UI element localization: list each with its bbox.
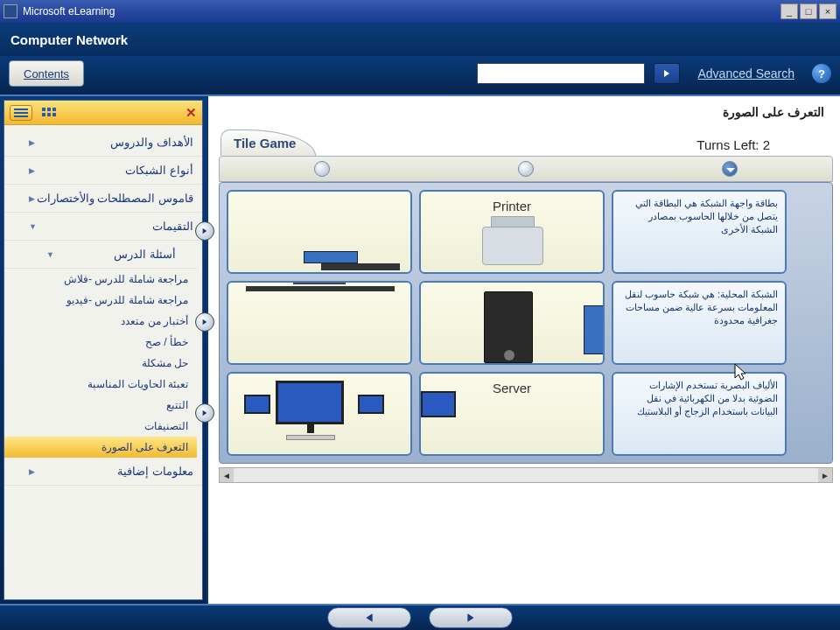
sidebar-tabs: ✕ [4,101,202,125]
tile-text: الألياف البصرية تستخدم الإشارات الضوئية … [620,379,778,418]
tile-description[interactable]: الألياف البصرية تستخدم الإشارات الضوئية … [612,372,787,456]
turns-value: 2 [763,137,770,152]
nav-leaf[interactable]: خطأ / صح [4,332,197,353]
tile-description[interactable]: الشبكة المحلية: هي شبكة حاسوب لنقل المعل… [612,281,787,365]
svg-rect-3 [42,108,46,111]
nav-item[interactable]: ▶معلومات إضافية [4,458,202,486]
minimize-button[interactable]: _ [780,4,798,19]
nav-subheader[interactable]: ▼أسئلة الدرس [4,241,197,269]
nav-item-expanded[interactable]: ▼التقيمات [4,213,202,241]
page-title: التعرف على الصورة [208,96,840,124]
chevron-right-icon: ▶ [29,138,35,147]
maximize-button[interactable]: □ [800,4,817,19]
window-title: Microsoft eLearning [23,5,115,18]
game-tab-label: Tile Game [234,136,296,150]
contents-button[interactable]: Contents [9,60,84,87]
nav-label: أنواع الشبكات [125,164,193,177]
next-button[interactable] [429,607,513,628]
nav-label: الأهداف والدروس [110,136,193,149]
nav-dot-active[interactable] [722,161,738,177]
chevron-down-icon: ▼ [29,222,37,231]
svg-rect-7 [47,113,51,116]
tile-description[interactable]: بطاقة واجهة الشبكة هي البطاقة التي يتصل … [612,190,787,274]
content-pane: التعرف على الصورة Tile Game Turns Left: … [206,96,840,604]
tile-grid: Printer بطاقة واجهة الشبكة هي البطاقة ال… [219,182,833,464]
nav-item[interactable]: ▶الأهداف والدروس [4,129,202,157]
nav-dot[interactable] [314,161,330,177]
nav-leaf[interactable]: أختبار من متعدد [4,311,197,332]
nav-leaf[interactable]: حل مشكلة [4,353,197,374]
nav-dot[interactable] [518,161,534,177]
scroll-right-icon[interactable]: ► [818,468,832,482]
tower-pc-icon [421,283,603,363]
turns-left: Turns Left: 2 [696,137,770,156]
row-play-button[interactable] [195,221,214,241]
nav-item[interactable]: ▶قاموس المصطلحات والأختصارات [4,185,202,213]
svg-rect-0 [14,108,28,110]
scroll-left-icon[interactable]: ◄ [220,468,234,482]
chevron-right-icon: ▶ [29,194,35,203]
tile-image[interactable] [227,190,412,274]
chevron-right-icon: ▶ [29,467,35,476]
network-diagram-icon [228,283,410,363]
nav-leaf[interactable]: التعرف على الصورة [4,437,197,458]
footer-nav [0,604,840,630]
window-titlebar: Microsoft eLearning _ □ × [0,0,840,23]
svg-rect-2 [14,116,28,117]
tile-image[interactable] [227,372,412,456]
printer-icon [421,192,603,272]
tile-image[interactable] [419,281,605,365]
close-button[interactable]: × [819,4,836,19]
network-diagram-icon [228,192,410,272]
list-icon [14,108,28,118]
nav-leaf[interactable]: مراجعة شاملة للدرس -فيديو [4,290,197,311]
search-go-button[interactable] [654,63,680,84]
nav-tree: ▶الأهداف والدروس ▶أنواع الشبكات ▶قاموس ا… [4,125,202,599]
svg-rect-6 [42,113,46,116]
tile-text: بطاقة واجهة الشبكة هي البطاقة التي يتصل … [620,197,778,236]
sidebar-close-icon[interactable]: ✕ [186,105,197,121]
course-title-bar: Computer Network [0,23,840,56]
nav-leaf[interactable]: مراجعة شاملة للدرس -فلاش [4,269,197,290]
grid-view-icon[interactable] [38,105,60,121]
course-title: Computer Network [10,32,128,47]
help-icon: ? [818,67,825,80]
tile-printer[interactable]: Printer [419,190,605,274]
row-play-button[interactable] [195,312,214,332]
nav-leaf[interactable]: التصنيفات [4,416,197,437]
tile-image[interactable] [227,281,412,365]
prev-button[interactable] [327,607,411,628]
help-button[interactable]: ? [812,64,831,83]
search-input[interactable] [477,63,645,84]
nav-label: التقيمات [152,220,193,233]
horizontal-scrollbar[interactable]: ◄ ► [219,467,833,483]
nav-label: أسئلة الدرس [114,248,176,261]
app-icon [4,4,18,18]
advanced-search-link[interactable]: Advanced Search [697,66,794,80]
nav-label: قاموس المصطلحات والأختصارات [37,192,193,205]
svg-rect-4 [47,108,51,111]
toolbar: Contents Advanced Search ? [0,56,840,96]
contents-label: Contents [24,67,69,80]
chevron-right-icon: ▶ [29,166,35,175]
row-play-button[interactable] [195,403,214,423]
nav-label: معلومات إضافية [117,465,193,478]
list-view-icon[interactable] [10,105,32,121]
game-tab: Tile Game [220,130,316,156]
turns-label: Turns Left: [696,137,759,152]
nav-leaf[interactable]: التتبع [4,395,197,416]
game-nav-dots [219,156,833,182]
svg-rect-8 [52,113,56,116]
server-icon [421,374,603,454]
play-icon [662,69,671,78]
nav-item[interactable]: ▶أنواع الشبكات [4,157,202,185]
svg-rect-1 [14,112,28,114]
workstations-icon [228,374,410,454]
sidebar: ✕ ▶الأهداف والدروس ▶أنواع الشبكات ▶قاموس… [0,96,206,604]
tile-text: الشبكة المحلية: هي شبكة حاسوب لنقل المعل… [620,288,778,327]
grid-icon [42,108,56,118]
nav-leaf[interactable]: تعبئة الحاويات المناسبة [4,374,197,395]
chevron-down-icon: ▼ [46,250,54,259]
tile-server[interactable]: Server [419,372,605,456]
svg-rect-5 [52,108,56,111]
